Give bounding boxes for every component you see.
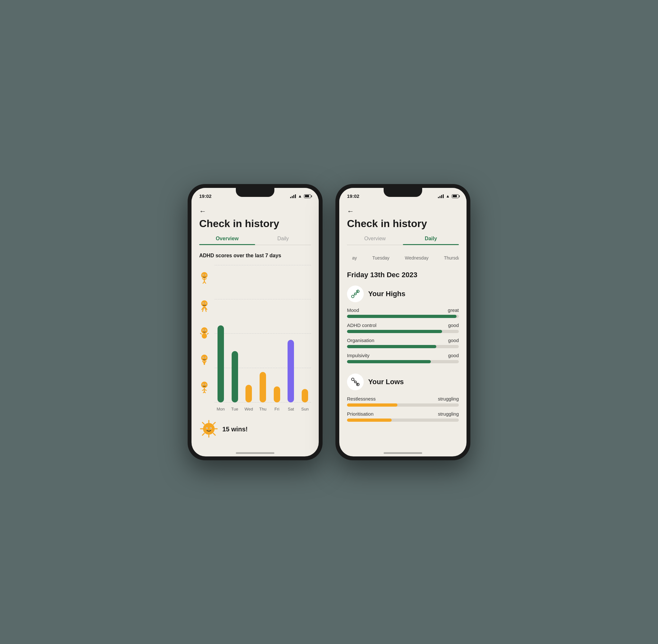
metric-org-bar: [347, 345, 459, 348]
svg-point-32: [203, 384, 203, 385]
battery-icon: [304, 194, 311, 198]
metric-imp: Impulsivity good: [347, 353, 459, 363]
svg-point-29: [201, 382, 208, 388]
svg-point-14: [205, 303, 206, 303]
svg-line-61: [356, 383, 357, 384]
page-title: Check in history: [199, 218, 311, 229]
phone-daily: 19:02 ▲ ← Check in history Overview: [335, 184, 470, 460]
tab-daily[interactable]: Daily: [255, 236, 311, 245]
highs-header: Your Highs: [347, 285, 459, 302]
screen-content-daily: ← Check in history Overview Daily ay Tue…: [339, 202, 467, 450]
wifi-icon-2: ▲: [446, 194, 450, 199]
svg-point-19: [205, 330, 206, 330]
svg-line-46: [202, 433, 204, 435]
wifi-icon: ▲: [298, 194, 302, 199]
metric-prior-bar: [347, 418, 459, 422]
day-label-thu: Thu: [257, 405, 269, 411]
back-button[interactable]: ←: [199, 207, 311, 215]
metric-mood-value: great: [448, 307, 459, 313]
metric-org-value: good: [448, 338, 459, 343]
lows-icon: [347, 373, 364, 390]
bars-row: [214, 265, 311, 402]
tab-bar: Overview Daily: [199, 236, 311, 245]
wins-sun-icon: [199, 419, 219, 440]
svg-point-27: [205, 357, 206, 358]
signal-icon: [290, 194, 296, 198]
svg-line-9: [204, 282, 206, 284]
char-icon-3: [199, 327, 212, 340]
phone-screen-daily: 19:02 ▲ ← Check in history Overview: [339, 188, 467, 456]
svg-point-57: [351, 378, 354, 381]
lows-title: Your Lows: [368, 378, 404, 386]
status-bar-2: 19:02 ▲: [339, 188, 467, 202]
highs-title: Your Highs: [368, 290, 406, 298]
svg-line-43: [202, 422, 204, 424]
metric-adhd: ADHD control good: [347, 322, 459, 333]
bar-thu: [257, 372, 269, 402]
day-thursday[interactable]: Thursday: [439, 253, 459, 263]
metric-imp-bar: [347, 360, 459, 363]
char-icon-2: [199, 300, 212, 313]
svg-line-37: [203, 392, 204, 393]
status-time-2: 19:02: [347, 193, 359, 199]
svg-line-60: [354, 380, 355, 381]
status-time: 19:02: [199, 193, 211, 199]
day-ay[interactable]: ay: [347, 253, 362, 263]
svg-point-3: [203, 275, 203, 275]
svg-point-52: [351, 295, 354, 298]
date-heading: Friday 13th Dec 2023: [347, 271, 459, 279]
metric-imp-value: good: [448, 353, 459, 358]
page-title-2: Check in history: [347, 218, 459, 229]
char-icon-5: [199, 382, 212, 394]
day-wednesday[interactable]: Wednesday: [400, 253, 434, 263]
metric-adhd-name: ADHD control: [347, 322, 377, 328]
bar-sun: [299, 389, 311, 402]
screen-content-overview: ← Check in history Overview Daily ADHD s…: [191, 202, 319, 450]
svg-point-10: [201, 300, 208, 307]
bars-area: Mon Tue Wed Thu Fri Sat Sun: [214, 265, 311, 411]
tab-daily-2[interactable]: Daily: [403, 236, 459, 245]
day-label-sat: Sat: [285, 405, 297, 411]
wins-label: 15 wins!: [222, 426, 248, 433]
day-nav: ay Tuesday Wednesday Thursday Friday: [347, 253, 459, 264]
phone-overview: 19:02 ▲ ← Check in history Overview: [188, 184, 323, 460]
svg-point-51: [210, 428, 211, 428]
metric-org: Organisation good: [347, 338, 459, 348]
metric-prior-value: struggling: [438, 411, 459, 417]
svg-point-15: [201, 327, 208, 334]
svg-point-4: [205, 275, 206, 275]
svg-point-33: [205, 384, 206, 385]
notch-2: [384, 188, 422, 197]
metric-prior: Prioritisation struggling: [347, 411, 459, 422]
metric-restless-value: struggling: [438, 396, 459, 401]
metric-mood: Mood great: [347, 307, 459, 318]
status-bar: 19:02 ▲: [191, 188, 319, 202]
tab-overview[interactable]: Overview: [199, 236, 255, 245]
day-tuesday[interactable]: Tuesday: [367, 253, 394, 263]
back-button-2[interactable]: ←: [347, 207, 459, 215]
bar-mon: [214, 325, 227, 402]
char-icon-1: [199, 272, 212, 286]
metric-restless-bar: [347, 404, 459, 407]
day-labels: Mon Tue Wed Thu Fri Sat Sun: [214, 405, 311, 411]
svg-line-56: [356, 292, 357, 293]
svg-point-13: [203, 303, 203, 303]
metric-adhd-value: good: [448, 322, 459, 328]
day-label-sun: Sun: [299, 405, 311, 411]
wins-section: 15 wins!: [199, 417, 311, 442]
metric-restless: Restlessness struggling: [347, 396, 459, 407]
svg-line-38: [204, 392, 206, 393]
metric-imp-name: Impulsivity: [347, 353, 369, 358]
phone-screen-overview: 19:02 ▲ ← Check in history Overview: [191, 188, 319, 456]
day-label-wed: Wed: [243, 405, 255, 411]
metric-mood-name: Mood: [347, 307, 359, 313]
tab-overview-2[interactable]: Overview: [347, 236, 403, 245]
home-indicator-2: [339, 450, 467, 456]
day-label-tue: Tue: [229, 405, 241, 411]
svg-point-20: [202, 334, 207, 339]
bar-tue: [229, 351, 241, 402]
lows-header: Your Lows: [347, 373, 459, 390]
battery-icon-2: [452, 194, 459, 198]
metric-org-name: Organisation: [347, 338, 374, 343]
day-label-fri: Fri: [271, 405, 283, 411]
